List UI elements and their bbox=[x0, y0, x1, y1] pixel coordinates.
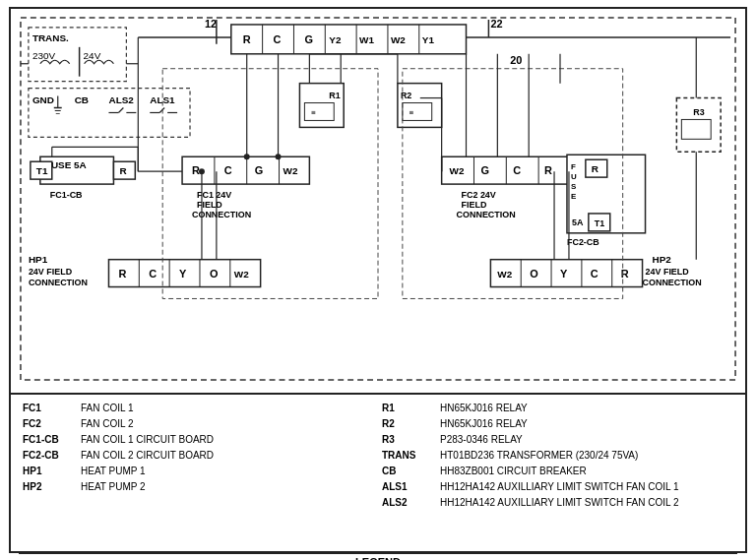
legend-desc-trans: HT01BD236 TRANSFORMER (230/24 75VA) bbox=[440, 448, 638, 464]
terminal-W1: W1 bbox=[359, 34, 374, 45]
legend-row-cb: CB HH83ZB001 CIRCUIT BREAKER bbox=[382, 464, 733, 479]
label-r-fc2-cb: R bbox=[592, 163, 598, 174]
label-230v: 230V bbox=[32, 50, 56, 61]
fc1-term-R: R bbox=[192, 164, 200, 176]
legend-row-fc1: FC1 FAN COIL 1 bbox=[23, 401, 374, 416]
label-hp1-24v: 24V FIELD bbox=[29, 267, 73, 277]
svg-rect-42 bbox=[676, 98, 721, 153]
legend-code-hp1: HP1 bbox=[23, 464, 77, 479]
hp2-term-R: R bbox=[621, 268, 629, 280]
label-gnd: GND bbox=[32, 94, 54, 105]
label-hp2-24v: 24V FIELD bbox=[646, 267, 690, 277]
terminal-G: G bbox=[304, 33, 313, 45]
label-field-conn-3: FIELD bbox=[462, 200, 487, 210]
hp1-term-Y: Y bbox=[179, 268, 187, 280]
legend-desc-hp2: HEAT PUMP 2 bbox=[81, 479, 146, 495]
label-12: 12 bbox=[205, 18, 217, 30]
legend-row-fc2: FC2 FAN COIL 2 bbox=[23, 416, 374, 432]
hp2-term-C: C bbox=[591, 268, 598, 280]
terminal-Y1: Y1 bbox=[422, 34, 435, 45]
legend-row-als1: ALS1 HH12HA142 AUXILLIARY LIMIT SWITCH F… bbox=[382, 479, 733, 495]
label-t1-left: T1 bbox=[36, 165, 48, 176]
fc2-term-W2: W2 bbox=[450, 165, 465, 176]
label-hp2-conn: CONNECTION bbox=[643, 278, 702, 287]
legend-row-als2: ALS2 HH12HA142 AUXILLIARY LIMIT SWITCH F… bbox=[382, 495, 733, 511]
terminal-Y2: Y2 bbox=[329, 34, 342, 45]
r2-coil: ≡ bbox=[410, 108, 414, 117]
legend-desc-fc1cb: FAN COIL 1 CIRCUIT BOARD bbox=[81, 432, 214, 448]
label-r-left: R bbox=[119, 165, 126, 176]
label-fuse-e: E bbox=[571, 192, 576, 201]
legend-left-col: FC1 FAN COIL 1 FC2 FAN COIL 2 FC1-CB FAN… bbox=[19, 399, 378, 551]
label-trans: TRANS. bbox=[32, 32, 69, 43]
diagram-container: 12 R C G Y2 W1 W2 Y1 22 20 bbox=[9, 7, 747, 553]
label-field-conn-2: CONNECTION bbox=[192, 210, 251, 219]
legend-desc-fc1: FAN COIL 1 bbox=[81, 401, 134, 416]
legend-row-fc1cb: FC1-CB FAN COIL 1 CIRCUIT BOARD bbox=[23, 432, 374, 448]
legend-area: FC1 FAN COIL 1 FC2 FAN COIL 2 FC1-CB FAN… bbox=[11, 393, 745, 555]
label-r1: R1 bbox=[329, 91, 340, 100]
legend-desc-als1: HH12HA142 AUXILLIARY LIMIT SWITCH FAN CO… bbox=[440, 479, 679, 495]
legend-right-col: R1 HN65KJ016 RELAY R2 HN65KJ016 RELAY R3… bbox=[378, 399, 737, 551]
svg-point-78 bbox=[199, 168, 205, 174]
legend-code-trans: TRANS bbox=[382, 448, 436, 464]
hp1-term-W2: W2 bbox=[234, 269, 249, 280]
hp1-term-O: O bbox=[210, 268, 219, 280]
legend-row-fc2cb: FC2-CB FAN COIL 2 CIRCUIT BOARD bbox=[23, 448, 374, 464]
hp2-term-W2: W2 bbox=[497, 269, 512, 280]
fc2-term-G: G bbox=[480, 164, 489, 176]
label-r3: R3 bbox=[693, 107, 704, 117]
label-field-conn-4: CONNECTION bbox=[457, 210, 516, 219]
label-fuse-u: U bbox=[571, 172, 577, 181]
label-t1-fc2: T1 bbox=[595, 218, 604, 228]
legend-row-r2: R2 HN65KJ016 RELAY bbox=[382, 416, 733, 432]
label-fuse-s: S bbox=[571, 182, 576, 191]
legend-desc-als2: HH12HA142 AUXILLIARY LIMIT SWITCH FAN CO… bbox=[440, 495, 679, 511]
fc1-term-W2: W2 bbox=[284, 165, 298, 176]
hp1-term-C: C bbox=[149, 268, 157, 280]
legend-desc-r3: P283-0346 RELAY bbox=[440, 432, 523, 448]
legend-code-fc1cb: FC1-CB bbox=[23, 432, 77, 448]
label-cb: CB bbox=[75, 94, 89, 105]
label-20: 20 bbox=[510, 54, 522, 66]
fc1-term-G: G bbox=[255, 164, 264, 176]
legend-desc-hp1: HEAT PUMP 1 bbox=[81, 464, 146, 479]
legend-code-r1: R1 bbox=[382, 401, 436, 416]
hp2-term-Y: Y bbox=[560, 268, 568, 280]
legend-code-r3: R3 bbox=[382, 432, 436, 448]
legend-row-hp2: HP2 HEAT PUMP 2 bbox=[23, 479, 374, 495]
svg-point-77 bbox=[276, 154, 282, 159]
label-als2: ALS2 bbox=[108, 94, 134, 105]
legend-desc-r2: HN65KJ016 RELAY bbox=[440, 416, 528, 432]
label-hp2: HP2 bbox=[653, 254, 672, 265]
wiring-diagram-svg: 12 R C G Y2 W1 W2 Y1 22 20 bbox=[11, 9, 745, 393]
label-hp1: HP1 bbox=[29, 254, 48, 265]
legend-row-hp1: HP1 HEAT PUMP 1 bbox=[23, 464, 374, 479]
legend-grid: FC1 FAN COIL 1 FC2 FAN COIL 2 FC1-CB FAN… bbox=[19, 399, 737, 551]
label-fc2-cb: FC2-CB bbox=[567, 237, 599, 247]
legend-code-fc2: FC2 bbox=[23, 416, 77, 432]
label-fuse-fc2: F bbox=[571, 162, 576, 171]
fc2-term-R: R bbox=[544, 164, 552, 176]
legend-desc-fc2: FAN COIL 2 bbox=[81, 416, 134, 432]
hp1-term-R: R bbox=[118, 268, 126, 280]
legend-code-fc1: FC1 bbox=[23, 401, 77, 416]
label-fc2-24v: FC2 24V bbox=[462, 190, 496, 200]
legend-row-r3: R3 P283-0346 RELAY bbox=[382, 432, 733, 448]
hp2-term-O: O bbox=[530, 268, 538, 280]
label-fc1-cb: FC1-CB bbox=[50, 190, 83, 200]
legend-code-als2: ALS2 bbox=[382, 495, 436, 511]
wiring-area: 12 R C G Y2 W1 W2 Y1 22 20 bbox=[11, 9, 745, 393]
terminal-R: R bbox=[243, 33, 251, 45]
legend-title: LEGEND bbox=[19, 553, 737, 560]
legend-code-fc2cb: FC2-CB bbox=[23, 448, 77, 464]
legend-row-trans: TRANS HT01BD236 TRANSFORMER (230/24 75VA… bbox=[382, 448, 733, 464]
legend-desc-r1: HN65KJ016 RELAY bbox=[440, 401, 528, 416]
legend-code-als1: ALS1 bbox=[382, 479, 436, 495]
legend-desc-fc2cb: FAN COIL 2 CIRCUIT BOARD bbox=[81, 448, 214, 464]
fc2-term-C: C bbox=[513, 164, 521, 176]
terminal-W2: W2 bbox=[391, 34, 406, 45]
legend-code-r2: R2 bbox=[382, 416, 436, 432]
terminal-C: C bbox=[274, 33, 282, 45]
legend-desc-cb: HH83ZB001 CIRCUIT BREAKER bbox=[440, 464, 587, 479]
